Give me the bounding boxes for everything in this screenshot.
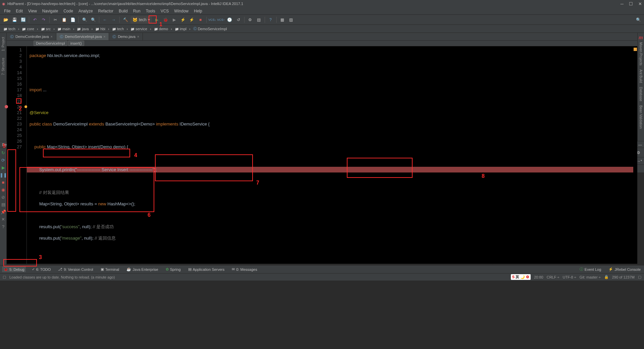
- menu-file[interactable]: File: [1, 8, 13, 14]
- build-icon[interactable]: 🔨: [122, 16, 129, 23]
- project-structure-icon[interactable]: ▤: [255, 16, 263, 23]
- menu-code[interactable]: Code: [61, 8, 76, 14]
- menu-build[interactable]: Build: [116, 8, 130, 14]
- vcs-update-icon[interactable]: VCS↓: [209, 16, 216, 23]
- menu-view[interactable]: View: [25, 8, 40, 14]
- stop-icon[interactable]: ■: [197, 16, 204, 23]
- nav-java[interactable]: java: [75, 27, 90, 31]
- menu-refactor[interactable]: Refactor: [96, 8, 116, 14]
- settings-icon[interactable]: ▤: [1, 202, 6, 207]
- debug-hide-icon[interactable]: —: [638, 143, 642, 147]
- sidebar-ant-tab[interactable]: Ant Build: [638, 67, 643, 85]
- breadcrumb-method[interactable]: insert(): [68, 41, 84, 46]
- code-editor[interactable]: 1 2 3 4 14 15 16 17 18 19 20 21 22 23 24…: [7, 46, 637, 264]
- settings-icon[interactable]: ⚙: [247, 16, 254, 23]
- cut-icon[interactable]: ✂: [52, 16, 59, 23]
- update-icon[interactable]: ⟳: [1, 157, 6, 163]
- search-everywhere-icon[interactable]: 🔍: [635, 16, 642, 23]
- bottom-tab-javaee[interactable]: ☕Java Enterprise: [125, 266, 159, 272]
- status-git[interactable]: Git: master ÷: [580, 275, 601, 279]
- status-corner-icon[interactable]: ▢: [638, 275, 641, 279]
- run-icon[interactable]: ▶: [153, 16, 161, 23]
- lock-icon[interactable]: 🔒: [604, 275, 609, 279]
- jr-icon[interactable]: ▦: [279, 16, 286, 23]
- editor-gutter[interactable]: 1 2 3 4 14 15 16 17 18 19 20 21 22 23 24…: [7, 46, 27, 264]
- resume-icon[interactable]: ▶: [1, 165, 6, 170]
- menu-navigate[interactable]: Navigate: [40, 8, 61, 14]
- error-stripe[interactable]: [633, 46, 637, 264]
- maximize-button[interactable]: ☐: [629, 1, 633, 6]
- view-breakpoints-icon[interactable]: ◉: [1, 187, 6, 192]
- close-tab-icon[interactable]: ×: [104, 35, 106, 39]
- bottom-tab-debug[interactable]: 🐞5: Debug: [2, 266, 26, 272]
- save-icon[interactable]: 💾: [11, 16, 18, 23]
- jrebel-debug-icon[interactable]: ⚡: [188, 16, 196, 23]
- tab-democontroller[interactable]: ⒸDemoController.java×: [7, 33, 56, 40]
- nav-hbi[interactable]: hbi: [94, 27, 107, 31]
- sidebar-maven-tab[interactable]: Maven Projects: [638, 40, 643, 67]
- pause-icon[interactable]: ❚❚: [1, 172, 6, 178]
- nav-main[interactable]: main: [56, 27, 72, 31]
- forward-icon[interactable]: →: [110, 16, 117, 23]
- status-btn-icon[interactable]: ▢: [3, 275, 6, 279]
- menu-run[interactable]: Run: [130, 8, 143, 14]
- stop-debug-icon[interactable]: ■: [1, 180, 6, 185]
- bottom-tab-spring[interactable]: ✿Spring: [164, 266, 182, 272]
- status-eol[interactable]: CRLF ÷: [547, 275, 559, 279]
- nav-tech2[interactable]: tech: [111, 27, 125, 31]
- help-icon[interactable]: ?: [1, 224, 6, 229]
- breakpoint-marker[interactable]: [5, 105, 8, 108]
- paste-icon[interactable]: 📄: [69, 16, 76, 23]
- replace-icon[interactable]: 🔍: [90, 16, 97, 23]
- minimize-button[interactable]: ─: [621, 1, 624, 6]
- menu-analyze[interactable]: Analyze: [76, 8, 96, 14]
- tab-demo[interactable]: ⒸDemo.java×: [109, 33, 143, 40]
- menu-edit[interactable]: Edit: [13, 8, 25, 14]
- bottom-tab-todo[interactable]: ✓6: TODO: [31, 266, 52, 272]
- status-memory[interactable]: 290 of 1237M: [612, 275, 635, 279]
- undo-icon[interactable]: ↶: [31, 16, 39, 23]
- menu-tools[interactable]: Tools: [143, 8, 158, 14]
- copy-icon[interactable]: 📋: [60, 16, 68, 23]
- tab-demoserviceimpl[interactable]: ⒸDemoServiceImpl.java×: [56, 33, 109, 40]
- coverage-icon[interactable]: ▶: [171, 16, 178, 23]
- sidebar-database-tab[interactable]: Database: [638, 85, 643, 103]
- mute-breakpoints-icon[interactable]: ⊘: [1, 194, 6, 200]
- nav-class[interactable]: ⒸDemoServiceImpl: [192, 26, 228, 32]
- sidebar-project-tab[interactable]: 1: Project: [1, 35, 6, 53]
- menu-vcs[interactable]: VCS: [158, 8, 172, 14]
- debug-icon[interactable]: 🐞: [162, 16, 169, 23]
- code-content[interactable]: package hbi.tech.service.demo.impl; impo…: [27, 46, 633, 264]
- warning-marker[interactable]: [634, 48, 637, 51]
- back-icon[interactable]: ←: [101, 16, 109, 23]
- jr2-icon[interactable]: ▨: [287, 16, 295, 23]
- close-button[interactable]: ✕: [638, 1, 642, 6]
- watches-minimize-icon[interactable]: →*: [637, 159, 642, 163]
- menu-help[interactable]: Help: [191, 8, 205, 14]
- nav-impl[interactable]: impl: [173, 27, 188, 31]
- vcs-history-icon[interactable]: 🕘: [226, 16, 233, 23]
- bottom-tab-messages[interactable]: ✉0: Messages: [230, 266, 258, 272]
- vcs-commit-icon[interactable]: VCS↑: [217, 16, 225, 23]
- bottom-tab-appservers[interactable]: ▤Application Servers: [187, 266, 226, 272]
- bottom-tab-vcs[interactable]: ⎇9: Version Control: [57, 266, 94, 272]
- nav-core[interactable]: core: [20, 27, 35, 31]
- vcs-rollback-icon[interactable]: ↺: [235, 16, 242, 23]
- nav-tech[interactable]: tech: [2, 27, 17, 31]
- help-icon[interactable]: ?: [267, 16, 274, 23]
- nav-src[interactable]: src: [40, 27, 52, 31]
- ime-indicator[interactable]: S 英 🌙 ⚙: [511, 274, 531, 280]
- sync-icon[interactable]: 🔄: [19, 16, 27, 23]
- status-position[interactable]: 20:80: [534, 275, 543, 279]
- rerun-icon[interactable]: ↻: [1, 150, 6, 155]
- close-tab-icon[interactable]: ×: [51, 35, 53, 39]
- nav-service[interactable]: service: [129, 27, 149, 31]
- bottom-tab-eventlog[interactable]: ⓘEvent Log: [578, 266, 603, 272]
- close-tab-icon[interactable]: ×: [137, 35, 139, 39]
- open-icon[interactable]: 📂: [2, 16, 9, 23]
- breadcrumb-class[interactable]: DemoServiceImpl: [34, 41, 67, 46]
- close-icon[interactable]: ✕: [1, 216, 6, 222]
- find-icon[interactable]: 🔍: [81, 16, 88, 23]
- sidebar-structure-tab[interactable]: 7: Structure: [1, 56, 6, 77]
- menu-window[interactable]: Window: [171, 8, 191, 14]
